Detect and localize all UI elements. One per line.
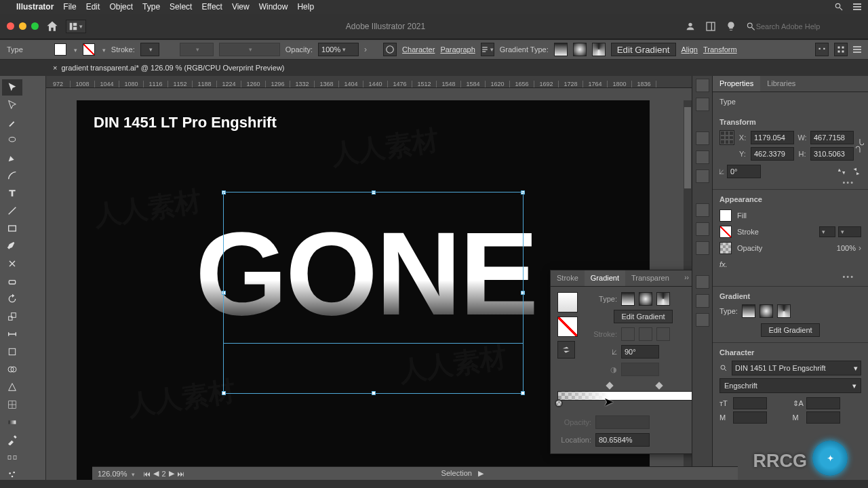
control-menu-icon[interactable] <box>853 46 861 53</box>
transform-y[interactable] <box>751 147 794 161</box>
gradient-slider[interactable]: ➤ <box>557 384 692 411</box>
blend-tool[interactable] <box>2 449 22 466</box>
canvas[interactable]: DIN 1451 LT Pro Engshrift GONE 人人素材 人人素材… <box>46 88 692 480</box>
align-link[interactable]: Align <box>682 45 698 54</box>
grad-type-freeform[interactable] <box>656 292 670 306</box>
brush-def[interactable] <box>219 43 280 56</box>
appearance-opacity-open[interactable] <box>859 243 861 253</box>
control-grad-freeform[interactable] <box>592 43 606 56</box>
line-tool[interactable] <box>2 203 22 219</box>
width-tool[interactable] <box>2 326 22 342</box>
recolor-icon[interactable] <box>383 43 397 56</box>
flip-v-icon[interactable] <box>852 167 861 176</box>
direct-selection-tool[interactable] <box>2 97 22 113</box>
gradient-tool[interactable] <box>2 414 22 430</box>
close-window-button[interactable] <box>7 22 14 30</box>
lasso-tool[interactable] <box>2 132 22 148</box>
reference-point[interactable] <box>719 130 734 145</box>
user-icon[interactable] <box>685 21 696 32</box>
prop-grad-radial[interactable] <box>760 304 773 318</box>
search-icon-menubar[interactable] <box>834 2 844 12</box>
character-link[interactable]: Character <box>402 45 435 54</box>
font-family-select[interactable]: DIN 1451 LT Pro Engschrift▾ <box>732 361 861 375</box>
help-search-input[interactable] <box>756 22 861 30</box>
fill-swatch[interactable] <box>54 43 66 56</box>
menu-edit[interactable]: Edit <box>86 2 100 12</box>
prop-grad-linear[interactable] <box>742 304 755 318</box>
dock-symbols-icon[interactable] <box>696 150 709 164</box>
menu-view[interactable]: View <box>232 2 250 12</box>
grad-type-radial[interactable] <box>639 292 652 306</box>
gradient-stop-left[interactable] <box>555 399 563 407</box>
control-grad-radial[interactable] <box>573 43 587 56</box>
maximize-window-button[interactable] <box>31 22 39 30</box>
home-icon[interactable] <box>45 20 59 33</box>
gradient-midpoint-1[interactable] <box>606 382 613 389</box>
artboard-next[interactable]: ▶ <box>169 469 174 478</box>
artboard-prev[interactable]: ◀ <box>153 469 159 478</box>
tab-libraries[interactable]: Libraries <box>760 76 802 92</box>
dock-stroke-icon[interactable] <box>696 169 709 183</box>
para-options[interactable] <box>481 43 494 56</box>
menu-file[interactable]: File <box>63 2 76 12</box>
font-size-input[interactable] <box>733 397 767 409</box>
stroke-weight[interactable] <box>140 43 159 56</box>
gradient-fill-swatch[interactable] <box>557 292 578 312</box>
help-search[interactable] <box>746 21 861 32</box>
stroke-style-dd[interactable] <box>838 226 861 237</box>
menu-select[interactable]: Select <box>170 2 192 12</box>
reverse-gradient-icon[interactable] <box>557 341 575 359</box>
opacity-panel-open[interactable] <box>364 45 367 54</box>
free-transform-tool[interactable] <box>2 344 22 360</box>
font-style-select[interactable]: Engschrift▾ <box>719 378 861 393</box>
column-graph-tool[interactable] <box>2 485 22 488</box>
transform-more[interactable]: ••• <box>719 178 861 186</box>
zoom-value[interactable]: 126.09% <box>98 470 127 478</box>
tracking-input[interactable] <box>806 411 840 424</box>
appearance-opacity-swatch[interactable] <box>719 242 732 254</box>
prop-edit-gradient-button[interactable]: Edit Gradient <box>761 323 819 337</box>
menu-app-name[interactable]: Illustrator <box>16 2 54 12</box>
gradient-midpoint-2[interactable] <box>656 382 663 389</box>
menu-type[interactable]: Type <box>142 2 160 12</box>
selection-tool[interactable] <box>2 79 22 96</box>
tab-properties[interactable]: Properties <box>713 76 760 92</box>
scale-tool[interactable] <box>2 308 22 325</box>
doc-tab-name[interactable]: gradient transparent.ai* @ 126.09 % (RGB… <box>61 64 284 72</box>
gradient-stroke-swatch[interactable] <box>557 317 578 337</box>
stroke-weight-dd[interactable] <box>819 226 835 237</box>
rectangle-tool[interactable] <box>2 220 22 237</box>
menu-list-icon[interactable] <box>853 3 861 10</box>
control-grad-linear[interactable] <box>554 43 568 56</box>
paintbrush-tool[interactable] <box>2 238 22 254</box>
transform-h[interactable] <box>810 147 854 161</box>
stroke-dd[interactable] <box>100 45 106 54</box>
gradient-panel-tab-transparency[interactable]: Transparen <box>625 270 675 286</box>
grad-type-linear[interactable] <box>621 292 635 306</box>
mesh-tool[interactable] <box>2 396 22 413</box>
shaper-tool[interactable] <box>2 256 22 272</box>
grad-angle-input[interactable] <box>621 345 659 359</box>
dock-brushes-icon[interactable] <box>696 131 709 145</box>
dock-gradient-icon[interactable] <box>696 203 709 217</box>
align-pixel-icon[interactable] <box>834 43 848 56</box>
prop-grad-freeform[interactable] <box>777 304 791 318</box>
transform-angle[interactable] <box>727 165 761 178</box>
zoom-dd[interactable] <box>130 470 135 478</box>
gradient-track[interactable] <box>557 391 692 401</box>
control-edit-gradient-button[interactable]: Edit Gradient <box>611 43 676 56</box>
transform-link[interactable]: Transform <box>703 45 737 54</box>
grad-location-input[interactable] <box>595 433 650 447</box>
isolate-icon[interactable] <box>815 43 829 56</box>
eraser-tool[interactable] <box>2 273 22 289</box>
type-tool[interactable] <box>2 185 22 201</box>
dock-color-icon[interactable] <box>696 79 709 92</box>
gradient-panel-tab-gradient[interactable]: Gradient <box>585 270 625 286</box>
menu-object[interactable]: Object <box>109 2 133 12</box>
shape-builder-tool[interactable] <box>2 361 22 378</box>
appearance-opacity-value[interactable]: 100% <box>837 244 856 252</box>
transform-w[interactable] <box>810 131 854 144</box>
paragraph-link[interactable]: Paragraph <box>440 45 475 54</box>
transform-x[interactable] <box>751 131 794 144</box>
kerning-input[interactable] <box>733 411 767 424</box>
